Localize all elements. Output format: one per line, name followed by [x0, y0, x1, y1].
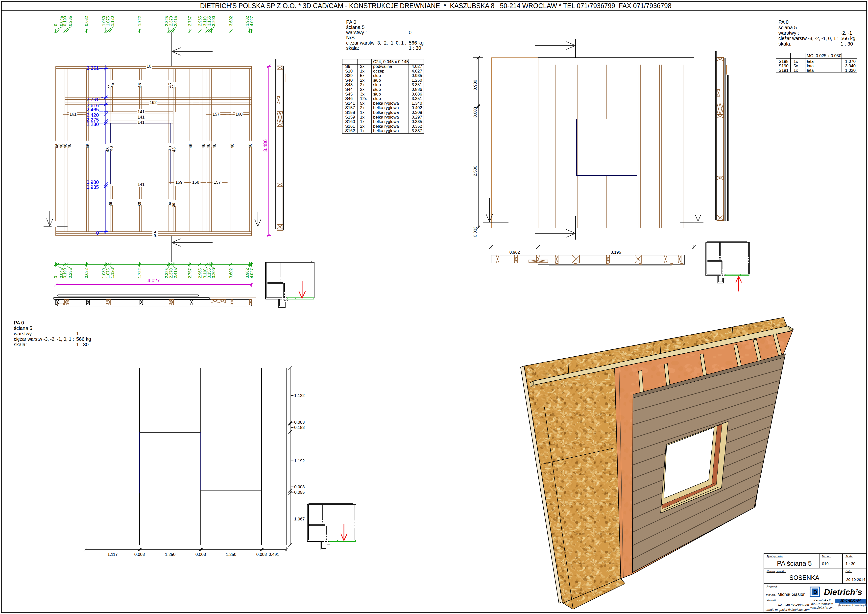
svg-text:Nr rys.:: Nr rys.: [822, 555, 831, 558]
svg-text:0.297: 0.297 [411, 115, 422, 119]
svg-text:39: 39 [108, 202, 113, 207]
svg-text:S190: S190 [779, 64, 789, 68]
svg-text:S162: S162 [345, 129, 355, 133]
svg-text:warstwy :: warstwy : [778, 30, 799, 36]
svg-text:S44: S44 [345, 87, 353, 92]
svg-text:2.415: 2.415 [174, 268, 178, 278]
svg-text:45: 45 [137, 83, 142, 88]
svg-text:0.235: 0.235 [68, 16, 73, 26]
svg-text:podwalina: podwalina [373, 64, 392, 69]
svg-text:słup: słup [373, 92, 381, 96]
svg-text:0.935: 0.935 [411, 73, 422, 78]
svg-text:1.020: 1.020 [845, 68, 856, 73]
svg-text:1.030: 1.030 [102, 16, 106, 26]
svg-text:S9: S9 [345, 64, 350, 69]
svg-text:0.335: 0.335 [411, 119, 422, 124]
svg-text:słup: słup [373, 73, 381, 78]
svg-text:46: 46 [201, 144, 206, 149]
svg-text:3.351: 3.351 [411, 96, 422, 101]
svg-text:46: 46 [85, 144, 90, 149]
svg-text:1.075: 1.075 [106, 16, 110, 26]
svg-text:46: 46 [206, 144, 211, 149]
svg-text:159: 159 [175, 180, 182, 185]
svg-text:0.632: 0.632 [84, 268, 88, 278]
svg-text:141: 141 [138, 120, 144, 125]
svg-text:4.027: 4.027 [147, 278, 160, 283]
svg-text:50-214 Wrocław: 50-214 Wrocław [811, 602, 833, 606]
svg-text:3.351: 3.351 [411, 82, 422, 87]
svg-text:DIETRICH'S POLSKA SP Z O.O. *: DIETRICH'S POLSKA SP Z O.O. * 3D CAD/CAM… [200, 2, 671, 10]
svg-text:1: 1 [76, 331, 79, 336]
svg-text:46: 46 [230, 144, 234, 149]
svg-text:0.003: 0.003 [473, 226, 477, 237]
svg-text:12x: 12x [360, 96, 367, 101]
svg-text:1x: 1x [794, 59, 798, 64]
svg-text:3.110: 3.110 [203, 268, 207, 278]
svg-text:1 : 30: 1 : 30 [76, 342, 88, 347]
svg-text:Rysował:: Rysował: [767, 585, 778, 588]
svg-text:162: 162 [150, 100, 157, 105]
svg-text:mgr inż.: mgr inż. [766, 593, 776, 596]
svg-text:1.070: 1.070 [845, 59, 856, 64]
svg-text:3.982: 3.982 [245, 268, 250, 278]
svg-text:2.325: 2.325 [164, 268, 169, 278]
svg-text:NrS: NrS [346, 35, 355, 40]
svg-text:39: 39 [137, 202, 142, 207]
svg-text:słup: słup [373, 87, 381, 92]
svg-text:1.117: 1.117 [107, 552, 118, 557]
svg-text:2.370: 2.370 [169, 16, 173, 26]
svg-text:S46: S46 [345, 96, 353, 101]
svg-text:S45: S45 [345, 92, 353, 96]
svg-text:słup: słup [373, 78, 381, 83]
svg-text:belka ryglowa: belka ryglowa [373, 105, 399, 110]
svg-text:46: 46 [248, 144, 253, 149]
svg-text:2.500: 2.500 [473, 166, 477, 176]
svg-text:0: 0 [96, 230, 99, 236]
svg-text:belka ryglowa: belka ryglowa [373, 115, 399, 119]
svg-text:1x: 1x [360, 110, 364, 115]
svg-text:3.340: 3.340 [845, 64, 856, 68]
svg-text:1.340: 1.340 [411, 101, 422, 106]
svg-text:157: 157 [212, 112, 220, 116]
svg-text:46: 46 [212, 144, 217, 149]
svg-text:1 : 30: 1 : 30 [840, 41, 853, 47]
svg-text:D: D [813, 589, 817, 595]
svg-text:0.183: 0.183 [294, 425, 305, 430]
svg-text:019: 019 [822, 562, 829, 566]
svg-text:belka ryglowa: belka ryglowa [373, 101, 399, 106]
svg-text:4.027: 4.027 [250, 268, 254, 278]
svg-text:2.757: 2.757 [188, 268, 192, 278]
svg-text:2.370: 2.370 [169, 268, 173, 278]
svg-text:3.195: 3.195 [611, 250, 621, 255]
svg-text:oczep: oczep [373, 69, 384, 73]
svg-text:158: 158 [192, 180, 199, 185]
svg-text:www.dietrichs.com: www.dietrichs.com [810, 606, 834, 609]
svg-text:0.352: 0.352 [411, 124, 422, 129]
svg-text:skala:: skala: [778, 41, 791, 47]
svg-text:46: 46 [188, 144, 193, 149]
svg-text:0.962: 0.962 [510, 250, 520, 255]
svg-text:1.722: 1.722 [138, 268, 142, 278]
svg-text:belka ryglowa: belka ryglowa [373, 129, 399, 133]
svg-text:2.761: 2.761 [86, 97, 99, 102]
svg-text:566 kg: 566 kg [840, 36, 856, 41]
svg-text:2.415: 2.415 [174, 16, 178, 26]
svg-text:warstwy :: warstwy : [346, 30, 367, 35]
svg-text:1.120: 1.120 [110, 16, 115, 26]
svg-text:0.886: 0.886 [411, 92, 422, 96]
svg-text:9.: 9. [153, 234, 157, 238]
svg-text:3x: 3x [360, 92, 364, 96]
svg-text:ciężar warstw -3, -2, -1, 0, 1: ciężar warstw -3, -2, -1, 0, 1 : [778, 36, 839, 41]
svg-text:2.965: 2.965 [198, 268, 202, 278]
svg-text:1x: 1x [360, 115, 364, 119]
svg-text:39: 39 [172, 203, 176, 207]
svg-text:2.465: 2.465 [86, 107, 99, 112]
svg-text:3.982: 3.982 [245, 16, 250, 26]
svg-text:łata: łata [807, 59, 814, 64]
svg-text:1.030: 1.030 [102, 268, 106, 278]
svg-text:566 kg: 566 kg [409, 40, 424, 45]
svg-text:1.250: 1.250 [165, 552, 176, 557]
svg-text:-2, -1: -2, -1 [840, 30, 852, 36]
svg-text:1x: 1x [360, 129, 364, 133]
svg-text:161: 161 [70, 112, 76, 116]
